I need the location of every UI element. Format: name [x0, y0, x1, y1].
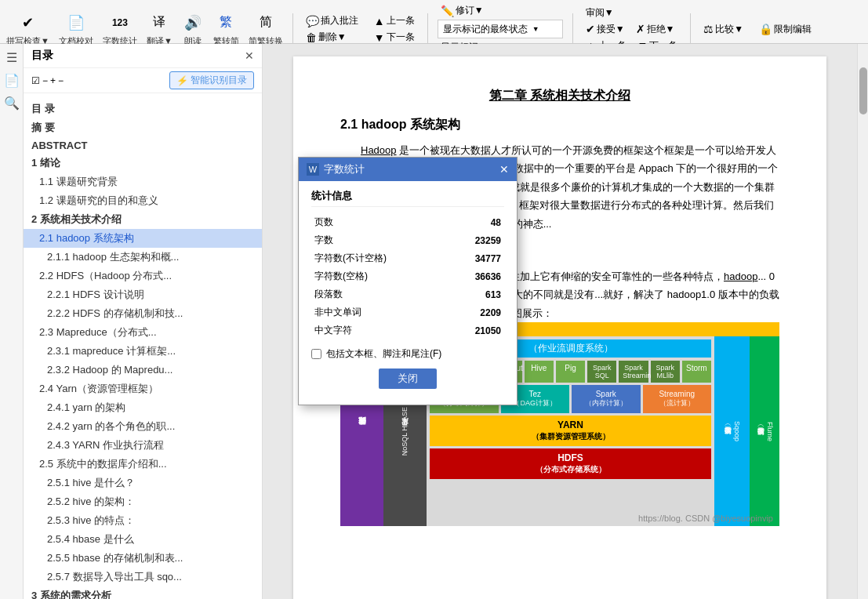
dialog-body: 统计信息 页数 48 字数 23259 字符数(不计空格) 34777 字符数(…	[299, 181, 517, 405]
stat-chinese-value: 21050	[448, 321, 504, 339]
stat-pages-value: 48	[448, 213, 504, 231]
stat-chars-nospace: 字符数(不计空格) 34777	[311, 249, 504, 267]
stat-non-chinese-value: 2209	[448, 303, 504, 321]
include-textbox-label: 包括文本框、脚注和尾注(F)	[326, 347, 441, 361]
dialog-close-btn[interactable]: ✕	[499, 163, 509, 176]
stat-chars-space: 字符数(空格) 36636	[311, 267, 504, 285]
dialog-titlebar: W 字数统计 ✕	[299, 158, 517, 181]
stat-chars-space-label: 字符数(空格)	[311, 267, 448, 285]
stat-words-value: 23259	[448, 231, 504, 249]
stat-pages-label: 页数	[311, 213, 448, 231]
dialog-section-title: 统计信息	[311, 189, 504, 207]
stat-chinese-label: 中文字符	[311, 321, 448, 339]
stat-non-chinese: 非中文单词 2209	[311, 303, 504, 321]
dialog-checkbox-row: 包括文本框、脚注和尾注(F)	[311, 347, 504, 361]
stat-chinese: 中文字符 21050	[311, 321, 504, 339]
stat-words: 字数 23259	[311, 231, 504, 249]
dialog-overlay: W 字数统计 ✕ 统计信息 页数 48 字数 23259 字符数(不计空格) 3…	[0, 0, 868, 599]
dialog-footer: 关闭	[311, 368, 504, 397]
stat-pages: 页数 48	[311, 213, 504, 231]
stat-paragraphs: 段落数 613	[311, 285, 504, 303]
dialog-close-button[interactable]: 关闭	[379, 368, 437, 389]
dialog-title-icon: W	[307, 163, 319, 176]
stat-chars-space-value: 36636	[448, 267, 504, 285]
stat-non-chinese-label: 非中文单词	[311, 303, 448, 321]
word-count-dialog: W 字数统计 ✕ 统计信息 页数 48 字数 23259 字符数(不计空格) 3…	[298, 157, 518, 405]
stat-words-label: 字数	[311, 231, 448, 249]
dialog-stats-table: 页数 48 字数 23259 字符数(不计空格) 34777 字符数(空格) 3…	[311, 213, 504, 339]
include-textbox-checkbox[interactable]	[311, 349, 321, 359]
stat-chars-nospace-label: 字符数(不计空格)	[311, 249, 448, 267]
dialog-title-text: 字数统计	[324, 162, 365, 176]
stat-paragraphs-label: 段落数	[311, 285, 448, 303]
stat-chars-nospace-value: 34777	[448, 249, 504, 267]
stat-paragraphs-value: 613	[448, 285, 504, 303]
